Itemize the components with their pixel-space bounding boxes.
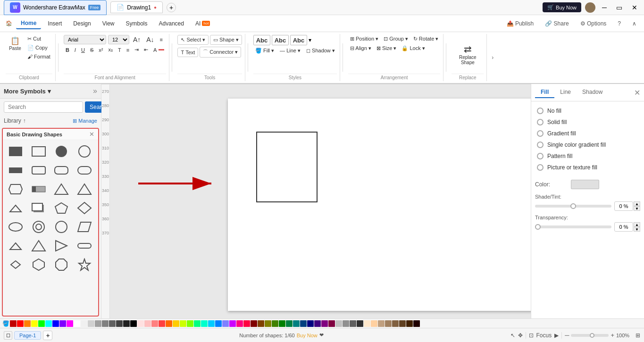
canvas[interactable]: M →: [110, 84, 531, 318]
user-avatar[interactable]: [585, 2, 595, 13]
color-swatch[interactable]: [279, 320, 285, 327]
align-btn[interactable]: ≡: [158, 36, 165, 43]
color-swatch[interactable]: [364, 320, 370, 327]
color-swatch[interactable]: [123, 320, 130, 327]
color-swatch[interactable]: [74, 320, 80, 327]
color-swatch[interactable]: [335, 320, 342, 327]
text-format-btn[interactable]: T: [116, 46, 123, 54]
color-swatch[interactable]: [265, 320, 271, 327]
options-btn[interactable]: ⚙ Options: [577, 19, 611, 28]
color-swatch[interactable]: [272, 320, 278, 327]
rotate-btn[interactable]: ↻ Rotate ▾: [411, 35, 441, 43]
shape-triangle-up[interactable]: [51, 181, 71, 198]
color-swatch[interactable]: [10, 320, 17, 327]
color-swatch[interactable]: [215, 320, 222, 327]
shape-circle-target[interactable]: [29, 218, 49, 235]
align-arr-btn[interactable]: ⊟ Align ▾: [348, 44, 373, 52]
color-swatch[interactable]: [406, 320, 413, 327]
strikethrough-btn[interactable]: S: [88, 46, 95, 54]
buy-now-button[interactable]: 🛒 Buy Now: [543, 2, 581, 12]
more-styles-btn[interactable]: ▾: [309, 37, 311, 43]
drawing-tab[interactable]: 📄 Drawing1 ●: [110, 1, 163, 13]
pan-btn[interactable]: ✥: [518, 332, 523, 339]
shape-rect-rounded-med[interactable]: [51, 162, 71, 179]
color-swatch[interactable]: [350, 320, 356, 327]
fill-option-single-color[interactable]: Single color gradient fill: [535, 139, 640, 150]
shape-circle-outline[interactable]: [75, 143, 94, 160]
shape-triangle-up-outline[interactable]: [75, 181, 94, 198]
transparency-down-btn[interactable]: ▼: [634, 227, 640, 232]
color-swatch[interactable]: [258, 320, 264, 327]
color-swatch[interactable]: [88, 320, 94, 327]
shape-parallelogram[interactable]: [75, 218, 94, 235]
color-swatch[interactable]: [321, 320, 328, 327]
text-btn[interactable]: T Text: [177, 48, 198, 57]
color-swatch[interactable]: [130, 320, 137, 327]
list-btn[interactable]: ≡: [125, 46, 131, 54]
superscript-btn[interactable]: x²: [97, 46, 105, 54]
color-swatch[interactable]: [31, 320, 38, 327]
shape-stadium[interactable]: [75, 237, 94, 254]
format-painter-button[interactable]: 🖌 Format: [25, 53, 52, 60]
select-btn[interactable]: ↖ Select ▾: [177, 35, 209, 45]
fill-option-no-fill[interactable]: No fill: [535, 105, 640, 117]
lock-btn[interactable]: 🔒 Lock ▾: [400, 44, 427, 52]
shape-star[interactable]: [75, 256, 94, 273]
group-btn[interactable]: ⊡ Group ▾: [382, 35, 410, 43]
color-swatch[interactable]: [399, 320, 406, 327]
shape-btn[interactable]: ▭ Shape ▾: [210, 35, 242, 45]
color-swatch[interactable]: [371, 320, 377, 327]
copy-button[interactable]: 📄 Copy: [25, 44, 52, 52]
canvas-page[interactable]: [228, 99, 531, 311]
fill-btn[interactable]: 🪣 Fill ▾: [253, 47, 276, 55]
color-swatch[interactable]: [45, 320, 52, 327]
color-swatch[interactable]: [194, 320, 201, 327]
color-swatch[interactable]: [343, 320, 349, 327]
buy-now-link[interactable]: Buy Now: [297, 333, 318, 338]
minimize-button[interactable]: ─: [599, 3, 610, 12]
color-swatch[interactable]: [357, 320, 363, 327]
ribbon-toggle[interactable]: ›: [488, 34, 497, 81]
position-btn[interactable]: ⊞ Position ▾: [348, 35, 380, 43]
color-swatch[interactable]: [385, 320, 392, 327]
replace-shape-button[interactable]: ⇄ Replace Shape: [452, 42, 484, 67]
shape-octagon[interactable]: [51, 256, 71, 273]
new-tab-btn[interactable]: +: [167, 3, 176, 12]
select-mode-btn[interactable]: ↖: [510, 332, 515, 339]
text-color-btn[interactable]: A: [151, 46, 166, 54]
shape-hexagon[interactable]: [29, 256, 49, 273]
rectangle-shape[interactable]: [256, 132, 318, 202]
home-icon-btn[interactable]: 🏠: [4, 19, 14, 27]
focus-btn[interactable]: Focus: [536, 332, 552, 339]
color-swatch[interactable]: [173, 320, 179, 327]
fit-page-btn[interactable]: ⊡: [529, 332, 534, 339]
style-swatch-1[interactable]: Abc: [253, 35, 270, 45]
shade-tint-up-btn[interactable]: ▲: [634, 201, 640, 206]
color-swatch[interactable]: [59, 320, 66, 327]
font-family-select[interactable]: Arial: [64, 35, 106, 44]
color-swatch[interactable]: [392, 320, 399, 327]
share-btn[interactable]: 🔗 Share: [541, 19, 572, 28]
underline-btn[interactable]: U: [79, 46, 87, 54]
color-swatch[interactable]: [24, 320, 31, 327]
tab-line[interactable]: Line: [554, 87, 577, 98]
shape-pentagon[interactable]: [51, 200, 71, 217]
color-swatch[interactable]: [109, 320, 116, 327]
subscript-btn[interactable]: x₂: [106, 46, 115, 54]
shape-diamond-sm[interactable]: [6, 256, 25, 273]
size-btn[interactable]: ⊠ Size ▾: [375, 44, 399, 52]
shadow-btn[interactable]: ◻ Shadow ▾: [304, 47, 337, 55]
shape-diamond[interactable]: [75, 200, 94, 217]
color-swatch[interactable]: [222, 320, 229, 327]
shape-rect-solid[interactable]: [6, 143, 25, 160]
color-swatch[interactable]: [102, 320, 109, 327]
fill-option-solid[interactable]: Solid fill: [535, 117, 640, 128]
color-swatch[interactable]: [300, 320, 307, 327]
decrease-font-btn[interactable]: A↓: [144, 35, 156, 44]
color-swatch[interactable]: [81, 320, 87, 327]
color-swatch[interactable]: [137, 320, 144, 327]
color-swatch[interactable]: [17, 320, 24, 327]
publish-btn[interactable]: 📤 Publish: [503, 19, 538, 28]
color-swatch[interactable]: [243, 320, 250, 327]
shape-triangle-sm2[interactable]: [6, 237, 25, 254]
